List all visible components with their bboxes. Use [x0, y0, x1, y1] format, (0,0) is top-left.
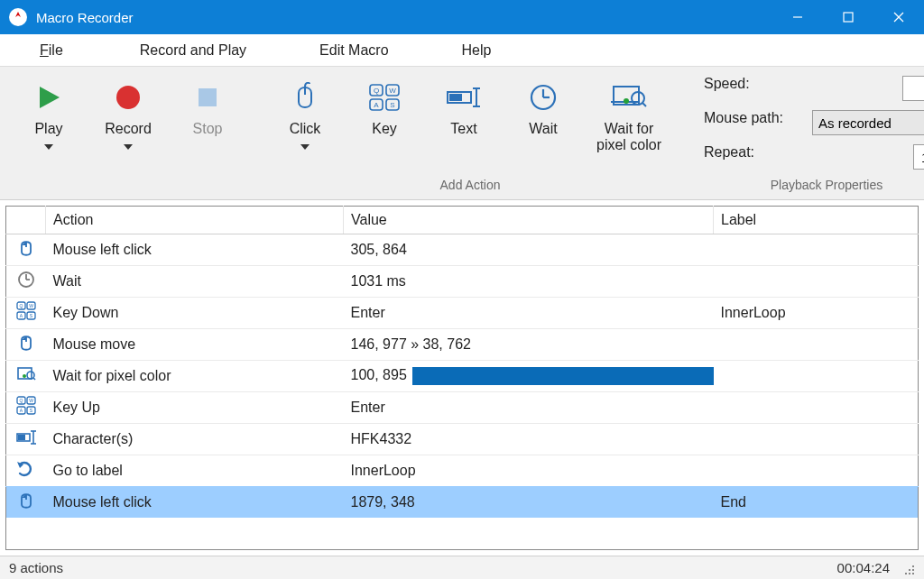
cell-label: End — [714, 487, 919, 519]
svg-text:Q: Q — [374, 87, 379, 95]
goto-icon — [6, 455, 46, 487]
cell-action: Key Up — [46, 392, 344, 424]
svg-text:Q: Q — [19, 398, 23, 403]
action-table[interactable]: Action Value Label Mouse left click305, … — [5, 206, 919, 550]
cell-value: 1879, 348 — [344, 487, 714, 519]
menu-edit-macro[interactable]: Edit Macro — [283, 34, 425, 66]
cell-value: 1031 ms — [344, 266, 714, 298]
svg-point-29 — [624, 98, 629, 104]
table-header-row: Action Value Label — [6, 207, 919, 234]
chevron-down-icon — [124, 144, 133, 150]
cell-action: Wait for pixel color — [46, 361, 344, 392]
click-label: Click — [290, 121, 321, 137]
status-time: 00:04:24 — [837, 560, 890, 575]
ribbon-group-playback-properties: Speed: Mouse path: As recorded Repeat: P… — [688, 70, 924, 198]
cell-value: Enter — [344, 392, 714, 424]
svg-text:A: A — [374, 101, 379, 109]
mouse-path-label: Mouse path: — [704, 110, 805, 135]
repeat-label: Repeat: — [704, 144, 805, 170]
mouse-icon — [6, 234, 46, 266]
column-icon[interactable] — [6, 207, 46, 234]
table-row[interactable]: Character(s)HFK4332 — [6, 424, 919, 455]
column-label[interactable]: Label — [714, 207, 919, 234]
wait-label: Wait — [529, 121, 557, 137]
action-table-wrap: Action Value Label Mouse left click305, … — [0, 200, 924, 556]
svg-rect-1 — [844, 13, 853, 22]
record-label: Record — [105, 121, 152, 137]
menu-help[interactable]: Help — [426, 34, 529, 66]
cell-value: InnerLoop — [344, 455, 714, 487]
table-row[interactable]: QWASKey DownEnterInnerLoop — [6, 298, 919, 329]
color-swatch — [412, 367, 714, 385]
repeat-input[interactable] — [913, 144, 924, 170]
table-row[interactable]: Mouse left click1879, 348End — [6, 487, 919, 519]
cell-label: InnerLoop — [714, 298, 919, 329]
add-key-button[interactable]: Q W A S Key — [348, 74, 420, 137]
chevron-down-icon — [44, 144, 53, 150]
clock-icon — [529, 79, 558, 115]
svg-line-31 — [642, 103, 646, 106]
close-button[interactable] — [873, 0, 924, 34]
table-row[interactable]: Wait1031 ms — [6, 266, 919, 298]
column-action[interactable]: Action — [46, 207, 344, 234]
cell-label — [714, 266, 919, 298]
svg-text:W: W — [389, 87, 396, 95]
cell-action: Character(s) — [46, 424, 344, 455]
svg-rect-8 — [199, 88, 217, 106]
status-bar: 9 actions 00:04:24 — [0, 556, 924, 579]
cell-label — [714, 329, 919, 361]
pixel-magnifier-icon — [611, 79, 647, 115]
mouse-path-select[interactable]: As recorded — [812, 110, 924, 135]
table-row[interactable]: Wait for pixel color100, 895 — [6, 361, 919, 392]
table-row[interactable]: QWASKey UpEnter — [6, 392, 919, 424]
cell-value: Enter — [344, 298, 714, 329]
table-row[interactable]: Go to labelInnerLoop — [6, 455, 919, 487]
cell-action: Mouse left click — [46, 234, 344, 266]
table-row[interactable]: Mouse move146, 977 » 38, 762 — [6, 329, 919, 361]
svg-text:S: S — [30, 313, 33, 318]
cell-value: 146, 977 » 38, 762 — [344, 329, 714, 361]
cell-label — [714, 361, 919, 392]
add-click-button[interactable]: Click — [269, 74, 341, 150]
resize-grip-icon[interactable] — [901, 561, 915, 575]
cell-value: HFK4332 — [344, 424, 714, 455]
ribbon-group-play: Play Record Stop — [4, 70, 253, 198]
stop-label: Stop — [193, 121, 223, 137]
svg-text:W: W — [29, 303, 33, 308]
svg-text:Q: Q — [19, 303, 23, 308]
stop-button[interactable]: Stop — [171, 74, 244, 137]
table-row[interactable]: Mouse left click305, 864 — [6, 234, 919, 266]
app-icon — [9, 8, 27, 26]
add-wait-pixel-button[interactable]: Wait for pixel color — [587, 74, 671, 154]
speed-input[interactable] — [902, 76, 924, 101]
add-text-button[interactable]: Text — [428, 74, 500, 137]
minimize-button[interactable] — [772, 0, 823, 34]
cell-action: Wait — [46, 266, 344, 298]
svg-point-46 — [23, 374, 26, 378]
maximize-button[interactable] — [823, 0, 873, 34]
wait-pixel-label: Wait for pixel color — [596, 121, 661, 154]
menu-file[interactable]: File — [0, 34, 104, 66]
svg-rect-58 — [18, 435, 25, 440]
svg-marker-4 — [40, 87, 60, 108]
pixel-icon — [6, 361, 46, 392]
window-title: Macro Recorder — [36, 10, 134, 25]
column-value[interactable]: Value — [344, 207, 714, 234]
cell-label — [714, 455, 919, 487]
menu-file-label: File — [40, 42, 63, 59]
ribbon-group-add-action-label: Add Action — [260, 178, 680, 198]
record-button[interactable]: Record — [92, 74, 164, 150]
cell-action: Go to label — [46, 455, 344, 487]
keys-icon: QWAS — [6, 298, 46, 329]
cell-label — [714, 234, 919, 266]
ribbon-group-add-action: Click Q W A S Key — [260, 70, 680, 198]
svg-text:W: W — [29, 398, 33, 403]
play-label: Play — [34, 121, 62, 137]
cell-action: Mouse left click — [46, 487, 344, 519]
mouse-icon — [6, 329, 46, 361]
menu-record-and-play[interactable]: Record and Play — [104, 34, 283, 66]
add-wait-button[interactable]: Wait — [507, 74, 579, 137]
play-button[interactable]: Play — [13, 74, 85, 150]
keys-icon: QWAS — [6, 392, 46, 424]
svg-marker-10 — [300, 144, 310, 150]
